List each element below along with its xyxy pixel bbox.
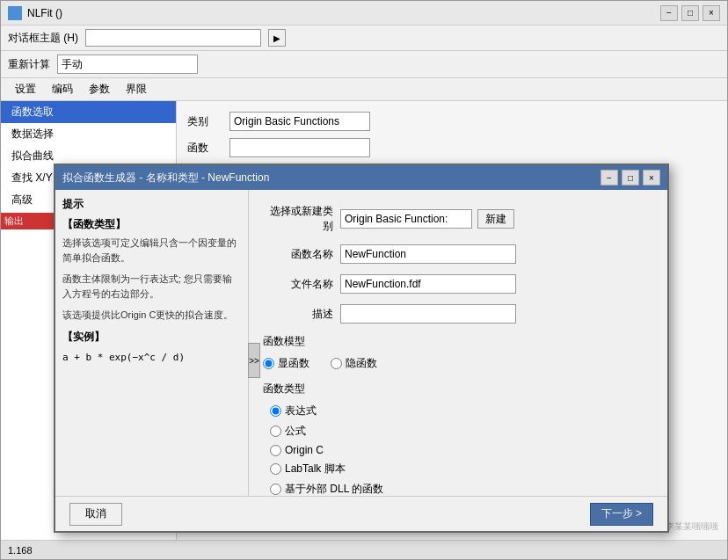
type-dll-radio[interactable] bbox=[270, 484, 281, 495]
function-type-section: 函数类型 表达式 公式 Origin C bbox=[263, 382, 653, 497]
category-label: 类别 bbox=[187, 114, 222, 129]
category-row: 类别 Origin Basic Functions bbox=[187, 112, 717, 131]
type-originc-label: Origin C bbox=[285, 444, 324, 456]
hint-func-type-text3: 该选项提供比Origin C更快的拟合速度。 bbox=[62, 308, 241, 323]
status-bar: 1.168 bbox=[1, 540, 727, 559]
nlfit-title-bar: NLFit () − □ × bbox=[1, 1, 727, 25]
function-type-radio-col: 表达式 公式 Origin C LabTalk 脚本 bbox=[270, 404, 653, 497]
type-labtalk-item[interactable]: LabTalk 脚本 bbox=[270, 462, 653, 476]
function-row: 函数 bbox=[187, 138, 717, 157]
dialog-theme-input[interactable] bbox=[85, 29, 261, 47]
toolbar-row: 重新计算 手动 bbox=[1, 51, 727, 78]
menu-tabs: 设置 编码 参数 界限 bbox=[1, 78, 727, 101]
nav-item-function-select[interactable]: 函数选取 bbox=[1, 101, 176, 123]
dialog-theme-label: 对话框主题 (H) bbox=[8, 31, 78, 46]
dialog-close-button[interactable]: × bbox=[643, 170, 660, 185]
type-expression-label: 表达式 bbox=[285, 404, 317, 418]
recalc-label: 重新计算 bbox=[8, 57, 50, 72]
restore-button[interactable]: □ bbox=[681, 5, 699, 21]
dialog-title-bar: 拟合函数生成器 - 名称和类型 - NewFunction − □ × bbox=[55, 165, 667, 190]
dialog-theme-dropdown[interactable]: ▶ bbox=[268, 29, 286, 47]
dialog-form-panel: 选择或新建类别 Origin Basic Function: 新建 函数名称 bbox=[249, 190, 667, 531]
hint-func-type-text1: 选择该选项可定义编辑只含一个因变量的简单拟合函数。 bbox=[62, 236, 241, 265]
dialog-title: 拟合函数生成器 - 名称和类型 - NewFunction bbox=[62, 171, 269, 185]
dialog-hint-panel: 提示 【函数类型】 选择该选项可定义编辑只含一个因变量的简单拟合函数。 函数主体… bbox=[55, 190, 249, 531]
implicit-label: 隐函数 bbox=[346, 356, 377, 371]
hint-title: 提示 bbox=[62, 197, 241, 212]
type-labtalk-radio[interactable] bbox=[270, 463, 281, 475]
explicit-radio-item[interactable]: 显函数 bbox=[263, 356, 309, 371]
function-model-section: 函数模型 显函数 隐函数 bbox=[263, 334, 653, 371]
type-dll-item[interactable]: 基于外部 DLL 的函数 bbox=[270, 482, 653, 497]
type-expression-item[interactable]: 表达式 bbox=[270, 404, 653, 418]
tab-params[interactable]: 参数 bbox=[82, 80, 117, 98]
type-dll-label: 基于外部 DLL 的函数 bbox=[285, 482, 383, 497]
fit-function-dialog: 拟合函数生成器 - 名称和类型 - NewFunction − □ × 提示 【… bbox=[54, 164, 669, 533]
dialog-file-name-row: 文件名称 bbox=[263, 274, 653, 294]
minimize-button[interactable]: − bbox=[660, 5, 678, 21]
type-expression-radio[interactable] bbox=[270, 405, 281, 417]
dialog-new-category-button[interactable]: 新建 bbox=[477, 209, 514, 229]
tab-settings[interactable]: 设置 bbox=[8, 80, 43, 98]
dialog-category-label: 选择或新建类别 bbox=[263, 204, 333, 234]
hint-example-formula: a + b * exp(−x^c / d) bbox=[62, 352, 241, 363]
nlfit-icon bbox=[8, 6, 22, 20]
dialog-restore-button[interactable]: □ bbox=[622, 170, 639, 185]
type-formula-label: 公式 bbox=[285, 424, 306, 439]
dialog-category-select[interactable]: Origin Basic Function: bbox=[340, 209, 472, 229]
recalc-select[interactable]: 手动 bbox=[57, 55, 198, 74]
dialog-file-name-input[interactable] bbox=[340, 274, 516, 294]
status-text: 1.168 bbox=[8, 545, 33, 556]
next-button[interactable]: 下一步 > bbox=[590, 503, 653, 526]
category-select[interactable]: Origin Basic Functions bbox=[229, 112, 370, 131]
type-formula-radio[interactable] bbox=[270, 425, 281, 437]
dialog-func-name-input[interactable] bbox=[340, 244, 516, 264]
dialog-body: 提示 【函数类型】 选择该选项可定义编辑只含一个因变量的简单拟合函数。 函数主体… bbox=[55, 190, 667, 531]
close-button[interactable]: × bbox=[703, 5, 720, 21]
tab-coding[interactable]: 编码 bbox=[45, 80, 80, 98]
explicit-label: 显函数 bbox=[278, 356, 309, 371]
dialog-minimize-button[interactable]: − bbox=[601, 170, 618, 185]
function-select[interactable] bbox=[229, 138, 370, 157]
implicit-radio[interactable] bbox=[331, 358, 342, 369]
type-labtalk-label: LabTalk 脚本 bbox=[285, 462, 346, 476]
menu-bar: 对话框主题 (H) ▶ bbox=[1, 25, 727, 51]
dialog-description-input[interactable] bbox=[340, 304, 516, 324]
nlfit-window: NLFit () − □ × 对话框主题 (H) ▶ 重新计算 手动 设置 编码… bbox=[0, 0, 728, 560]
function-type-label: 函数类型 bbox=[263, 382, 653, 396]
type-originc-item[interactable]: Origin C bbox=[270, 444, 653, 456]
dialog-description-label: 描述 bbox=[263, 307, 333, 322]
tab-limits[interactable]: 界限 bbox=[119, 80, 154, 98]
nav-item-data-select[interactable]: 数据选择 bbox=[1, 123, 176, 145]
dialog-category-row: 选择或新建类别 Origin Basic Function: 新建 bbox=[263, 204, 653, 234]
implicit-radio-item[interactable]: 隐函数 bbox=[331, 356, 377, 371]
type-originc-radio[interactable] bbox=[270, 445, 281, 456]
hint-func-type-title: 【函数类型】 bbox=[62, 217, 241, 232]
dialog-description-row: 描述 bbox=[263, 304, 653, 324]
type-formula-item[interactable]: 公式 bbox=[270, 424, 653, 439]
function-label: 函数 bbox=[187, 141, 222, 156]
dialog-func-name-row: 函数名称 bbox=[263, 244, 653, 264]
nlfit-title: NLFit () bbox=[27, 7, 62, 19]
dialog-file-name-label: 文件名称 bbox=[263, 277, 333, 292]
explicit-radio[interactable] bbox=[263, 358, 274, 369]
hint-example-title: 【实例】 bbox=[62, 330, 241, 345]
function-model-radio-group: 显函数 隐函数 bbox=[263, 356, 653, 371]
hint-func-type-text2: 函数主体限制为一行表达式; 您只需要输入方程号的右边部分。 bbox=[62, 272, 241, 301]
dialog-func-name-label: 函数名称 bbox=[263, 247, 333, 262]
dialog-footer: 取消 下一步 > bbox=[55, 496, 667, 531]
expand-panel-button[interactable]: >> bbox=[248, 343, 260, 378]
function-model-label: 函数模型 bbox=[263, 334, 653, 349]
cancel-button[interactable]: 取消 bbox=[69, 503, 122, 526]
